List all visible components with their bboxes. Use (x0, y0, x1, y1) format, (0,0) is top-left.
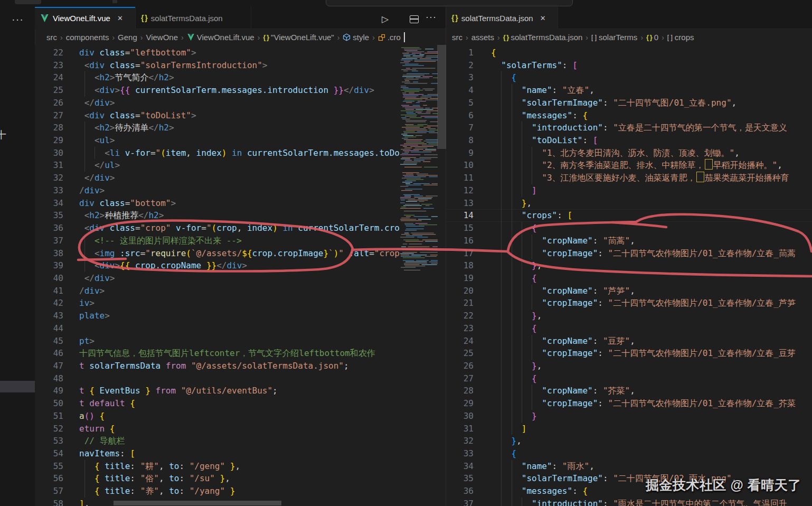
code-line: 9 "1、北方冬麦田清沟、沥水、防渍、顶凌、划锄。", (446, 147, 812, 160)
line-number: 58 (35, 498, 63, 506)
command-center-searchbox[interactable] (326, 0, 573, 6)
line-number: 54 (35, 447, 63, 460)
chevron-right-icon: › (181, 33, 184, 42)
close-icon[interactable]: ✕ (117, 14, 123, 22)
line-number: 24 (35, 71, 63, 84)
breadcrumb-item[interactable]: style (343, 33, 369, 42)
code-line: 56 { title: "俗", to: "/su" }, (35, 472, 400, 485)
breadcrumb-label: src (46, 33, 57, 42)
line-number: 5 (446, 97, 474, 109)
line-number: 57 (35, 485, 63, 498)
line-number: 27 (35, 109, 63, 122)
code-line: 36 <div class="crop" v-for="(crop, index… (35, 222, 400, 235)
line-number: 47 (35, 360, 63, 372)
editor-left[interactable]: 22div class="leftbottom">23 <div class="… (35, 45, 400, 506)
class-icon (378, 34, 385, 41)
breadcrumb-item[interactable]: { }solatTermsData.json (503, 33, 583, 42)
code-line: 23 <div class="solarTermsIntroduction"> (35, 59, 400, 72)
breadcrumb-item[interactable]: Geng (118, 33, 137, 42)
breadcrumb-item[interactable]: src (46, 33, 57, 42)
code-line: 33/div> (35, 184, 400, 197)
line-number: 6 (446, 109, 474, 122)
more-actions-icon[interactable]: ··· (12, 13, 24, 25)
line-number: 20 (446, 285, 474, 297)
breadcrumb-item[interactable]: { }"ViewOneLift.vue" (263, 33, 334, 42)
sidebar-partial-text: 十 (0, 128, 6, 142)
code-line: 35 <h2>种植推荐</h2> (35, 209, 400, 222)
chevron-right-icon: › (640, 33, 643, 42)
editor-right[interactable]: 1{2 "solarTerms": [3 {4 "name": "立春",5 "… (446, 45, 812, 506)
code-line: 43plate> (35, 310, 400, 322)
minimap[interactable] (400, 45, 438, 293)
close-icon[interactable]: ✕ (540, 14, 546, 22)
tab-solattermsdata-json-right[interactable]: { } solatTermsData.json ✕ (446, 7, 558, 29)
split-editor-icon[interactable] (410, 15, 419, 23)
breadcrumb-item[interactable]: [ ]solarTerms (591, 33, 637, 42)
code-line: 46十四节气信息，包括节气图片leftconter，节气文字介绍leftbott… (35, 347, 400, 360)
vue-icon (40, 14, 49, 22)
code-line: 29 <ul> (35, 134, 400, 147)
line-number: 18 (446, 259, 474, 272)
tab-solattermsdata-json[interactable]: { } solatTermsData.json (136, 7, 251, 29)
horizontal-scrollbar[interactable] (114, 501, 281, 505)
breadcrumb-item[interactable]: components (66, 33, 109, 42)
breadcrumb-label: solatTermsData.json (511, 33, 582, 42)
code-line: 54navItems: [ (35, 447, 400, 460)
sidebar-item-highlight[interactable] (0, 381, 35, 392)
code-line: 26 }, (446, 360, 812, 372)
code-line: 1{ (446, 46, 812, 59)
line-number: 43 (35, 310, 63, 322)
line-number: 49 (35, 385, 63, 397)
line-number: 53 (35, 435, 63, 447)
tab-viewonelift-vue[interactable]: ViewOneLift.vue ✕ (35, 7, 136, 29)
line-number: 15 (446, 222, 474, 235)
code-line: 25 <div>{{ currentSolarTerm.messages.int… (35, 84, 400, 97)
titlebar-artifact (112, 0, 117, 3)
code-line: 12 ] (446, 184, 812, 197)
more-actions-icon[interactable]: ··· (426, 12, 437, 23)
line-number: 28 (446, 385, 474, 397)
breadcrumb-item[interactable]: assets (471, 33, 494, 42)
breadcrumb-item[interactable]: .cro (378, 32, 405, 42)
code-line: 28 "cropName": "芥菜", (446, 385, 812, 397)
run-icon[interactable]: ▷ (382, 14, 389, 25)
code-line: 22 }, (446, 310, 812, 322)
code-line: 41/div> (35, 285, 400, 297)
breadcrumb-item[interactable]: [ ]crops (667, 33, 694, 42)
breadcrumb-item[interactable]: { }0 (646, 33, 658, 42)
code-line: 32 }, (446, 435, 812, 447)
line-number: 25 (35, 84, 63, 97)
code-line: 14 "crops": [ (446, 209, 812, 222)
breadcrumb-item[interactable]: ViewOne (146, 33, 178, 42)
breadcrumb-item[interactable]: src (452, 33, 462, 42)
cube-icon (343, 33, 351, 41)
code-line: 42iv> (35, 297, 400, 310)
line-number: 16 (446, 235, 474, 247)
chevron-right-icon: › (140, 33, 143, 42)
code-line: 2 "solarTerms": [ (446, 59, 812, 72)
json-braces-icon: { } (263, 33, 269, 41)
line-number: 22 (446, 310, 474, 322)
line-number: 36 (35, 222, 63, 235)
code-line: 27 <div class="toDoList"> (35, 109, 400, 122)
line-number: 45 (35, 335, 63, 348)
breadcrumb-label: components (66, 33, 109, 42)
line-number: 35 (35, 209, 63, 222)
code-line: 7 "introduction": "立春是二十四节气的第一个节气，是天文意义 (446, 121, 812, 134)
line-number: 19 (446, 272, 474, 285)
line-number: 17 (446, 247, 474, 260)
line-number: 39 (35, 259, 63, 272)
line-number: 56 (35, 472, 63, 485)
line-number: 10 (446, 159, 474, 172)
line-number: 52 (35, 423, 63, 435)
line-number: 55 (35, 460, 63, 473)
code-line: 50t default { (35, 397, 400, 410)
chevron-right-icon: › (497, 33, 500, 42)
breadcrumb-item[interactable]: ViewOneLift.vue (187, 33, 254, 42)
chevron-right-icon: › (258, 33, 260, 42)
line-number: 14 (446, 209, 474, 222)
minimap-slider[interactable] (437, 45, 446, 149)
code-line: 31 ] (446, 423, 812, 435)
breadcrumb-label: .cro (388, 33, 401, 42)
line-number: 9 (446, 147, 474, 160)
